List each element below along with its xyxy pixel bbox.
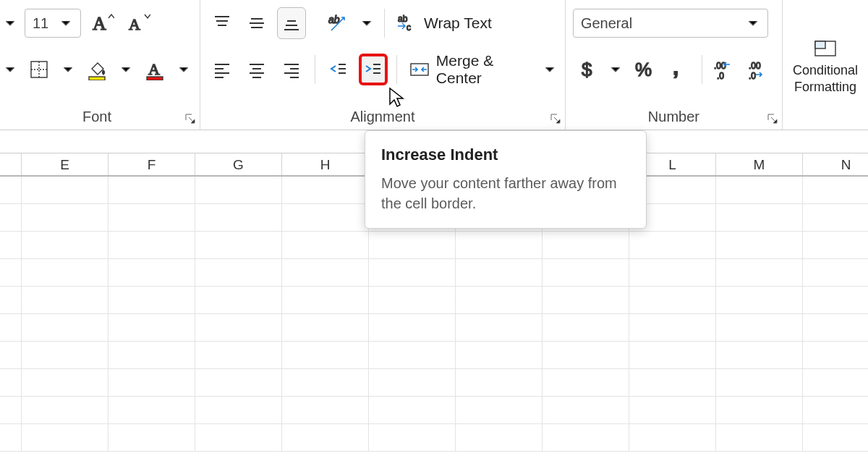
comma-style-button[interactable]: ,	[664, 54, 693, 85]
cell[interactable]	[456, 397, 542, 423]
cell[interactable]	[456, 287, 542, 313]
percent-style-button[interactable]: %	[629, 54, 658, 85]
top-align-button[interactable]	[208, 7, 237, 39]
cell[interactable]	[803, 204, 868, 231]
cell[interactable]	[195, 342, 282, 368]
cell[interactable]	[369, 259, 456, 286]
cell[interactable]	[542, 287, 629, 313]
cell[interactable]	[456, 232, 542, 258]
cell[interactable]	[716, 397, 803, 423]
cell[interactable]	[369, 342, 456, 368]
cell[interactable]	[282, 232, 369, 258]
cell[interactable]	[542, 397, 629, 423]
font-color-dropdown[interactable]	[175, 54, 192, 85]
cell[interactable]	[109, 232, 195, 258]
cell[interactable]	[282, 342, 369, 368]
cell[interactable]	[109, 369, 195, 396]
cell[interactable]	[109, 259, 195, 286]
cell[interactable]	[195, 204, 282, 231]
cell[interactable]	[369, 287, 456, 313]
cell[interactable]	[195, 177, 282, 203]
cell[interactable]	[282, 259, 369, 286]
cell[interactable]	[629, 259, 716, 286]
cell[interactable]	[716, 342, 803, 368]
cell[interactable]	[803, 259, 868, 286]
align-right-button[interactable]	[277, 54, 306, 85]
wrap-text-button[interactable]: abc Wrap Text	[393, 7, 501, 39]
underline-dropdown[interactable]	[1, 54, 19, 85]
accounting-format-button[interactable]: $	[573, 54, 602, 85]
decrease-indent-button[interactable]	[324, 54, 353, 85]
number-dialog-launcher[interactable]	[766, 112, 779, 125]
cell[interactable]	[369, 314, 456, 341]
conditional-formatting-button[interactable]: Conditional Formatting	[790, 38, 861, 95]
cell[interactable]	[22, 424, 109, 451]
cell[interactable]	[629, 424, 716, 451]
cell[interactable]	[803, 287, 868, 313]
middle-align-button[interactable]	[242, 7, 271, 39]
increase-font-size-button[interactable]: A	[87, 7, 117, 39]
cell[interactable]	[22, 204, 109, 231]
cell[interactable]	[282, 397, 369, 423]
column-header[interactable]: M	[716, 153, 803, 175]
cell[interactable]	[716, 369, 803, 396]
cell[interactable]	[629, 287, 716, 313]
align-left-button[interactable]	[208, 54, 237, 85]
cell[interactable]	[542, 232, 629, 258]
merge-center-button[interactable]: Merge & Center	[406, 54, 537, 85]
font-color-button[interactable]: A	[140, 54, 169, 85]
cell[interactable]	[803, 177, 868, 203]
cell[interactable]	[282, 424, 369, 451]
column-header[interactable]: G	[195, 153, 282, 175]
cell[interactable]	[629, 397, 716, 423]
cell[interactable]	[195, 369, 282, 396]
borders-button[interactable]	[25, 54, 54, 85]
cell[interactable]	[282, 287, 369, 313]
cell[interactable]	[109, 424, 195, 451]
cell[interactable]	[716, 177, 803, 203]
column-header-partial[interactable]	[0, 153, 22, 175]
cell[interactable]	[195, 397, 282, 423]
cell[interactable]	[369, 369, 456, 396]
cell[interactable]	[803, 314, 868, 341]
borders-dropdown[interactable]	[59, 54, 77, 85]
cell[interactable]	[22, 177, 109, 203]
cell[interactable]	[22, 369, 109, 396]
cell[interactable]	[542, 314, 629, 341]
number-format-combo[interactable]: General	[573, 9, 768, 38]
merge-center-dropdown[interactable]	[542, 54, 558, 85]
cell[interactable]	[195, 314, 282, 341]
cell[interactable]	[803, 424, 868, 451]
cell[interactable]	[456, 342, 542, 368]
cell[interactable]	[195, 287, 282, 313]
cell[interactable]	[282, 314, 369, 341]
column-header[interactable]: E	[22, 153, 109, 175]
decrease-font-size-button[interactable]: A	[123, 7, 153, 39]
cell[interactable]	[716, 204, 803, 231]
cell[interactable]	[803, 369, 868, 396]
cell[interactable]	[282, 204, 369, 231]
fill-color-dropdown[interactable]	[117, 54, 135, 85]
cell[interactable]	[629, 342, 716, 368]
cell[interactable]	[716, 314, 803, 341]
cell[interactable]	[22, 342, 109, 368]
increase-decimal-button[interactable]: .00.0	[711, 54, 740, 85]
cell[interactable]	[803, 342, 868, 368]
cell[interactable]	[22, 314, 109, 341]
font-size-combo[interactable]: 11	[25, 9, 81, 38]
cell[interactable]	[369, 424, 456, 451]
cell[interactable]	[22, 397, 109, 423]
cell[interactable]	[456, 424, 542, 451]
accounting-format-dropdown[interactable]	[608, 54, 624, 85]
column-header[interactable]: N	[803, 153, 868, 175]
cell[interactable]	[629, 314, 716, 341]
cell[interactable]	[109, 204, 195, 231]
cell[interactable]	[109, 342, 195, 368]
cell[interactable]	[195, 232, 282, 258]
cell[interactable]	[109, 314, 195, 341]
alignment-dialog-launcher[interactable]	[549, 112, 562, 125]
orientation-dropdown[interactable]	[358, 7, 375, 39]
decrease-decimal-button[interactable]: .00.0	[746, 54, 775, 85]
cell[interactable]	[109, 397, 195, 423]
cell[interactable]	[22, 259, 109, 286]
